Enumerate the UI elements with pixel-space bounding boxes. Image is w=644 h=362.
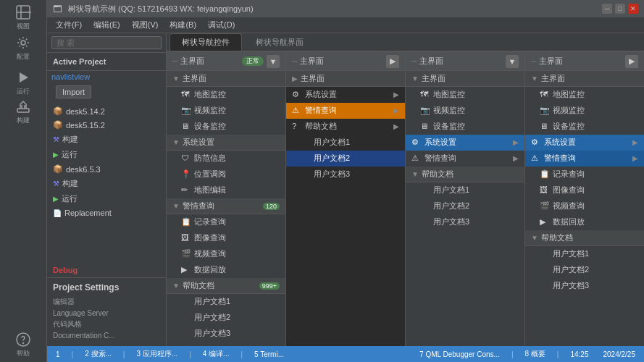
menu-file[interactable]: 文件(F)	[50, 18, 88, 32]
status-1[interactable]: 1	[53, 350, 63, 358]
sidebar-build1[interactable]: ⚒ 构建	[47, 132, 166, 147]
maximize-button[interactable]: □	[615, 4, 625, 14]
settings-codestyle[interactable]: 代码风格	[53, 319, 160, 329]
status-2[interactable]: 2 搜索...	[82, 349, 114, 359]
tree-item[interactable]: ▼主界面	[525, 71, 644, 87]
tree-item[interactable]: ⚙系统设置▶	[525, 135, 644, 151]
tab-tree-nav-widget[interactable]: 树状导航控件	[170, 33, 242, 51]
tree-item[interactable]: 用户文档1	[167, 294, 285, 310]
tab-tree-nav-ui[interactable]: 树状导航界面	[243, 33, 316, 51]
tree-item[interactable]: 用户文档3	[406, 214, 524, 230]
tree-item[interactable]: ▼警情查询120	[167, 198, 285, 214]
minimize-button[interactable]: ─	[602, 4, 612, 14]
tree-item[interactable]: 🖥设备监控	[167, 119, 285, 135]
tree-item[interactable]: ⚙系统设置▶	[286, 87, 405, 103]
tree-item[interactable]: 🖥设备监控	[406, 119, 524, 135]
tree-item[interactable]: 📋记录查询	[167, 214, 285, 230]
tree-col-header-3: ─主界面▶	[525, 52, 644, 71]
tree-item[interactable]: ▼帮助文档	[406, 167, 524, 182]
tree-item[interactable]: 用户文档2	[286, 151, 405, 167]
sidebar-build2[interactable]: ⚒ 构建	[47, 176, 166, 191]
tree-item[interactable]: ⚙系统设置▶	[406, 135, 524, 151]
tree-item-label: 警情查询	[425, 153, 510, 164]
tree-item[interactable]: ▼帮助文档	[525, 230, 644, 246]
tree-item[interactable]: ▶数据回放	[167, 262, 285, 278]
sidebar-desk5152[interactable]: 📦 desk5.15.2	[47, 118, 166, 132]
status-8[interactable]: 8 概要	[522, 349, 548, 359]
import-button[interactable]: Import	[56, 85, 91, 98]
col-header-icon: ─	[411, 57, 417, 65]
sidebar-item-build[interactable]: 构建	[6, 97, 41, 126]
tree-item[interactable]: 🗺地图监控	[525, 87, 644, 103]
menu-edit[interactable]: 编辑(E)	[88, 18, 126, 32]
tree-item[interactable]: 🖼图像查询	[525, 182, 644, 198]
col-header-toggle[interactable]: ▼	[267, 55, 280, 68]
tree-item[interactable]: ▶数据回放	[525, 214, 644, 230]
menu-view[interactable]: 视图(V)	[126, 18, 164, 32]
status-3[interactable]: 3 应用程序...	[133, 349, 180, 359]
search-input[interactable]	[51, 36, 162, 49]
tree-item[interactable]: 用户文档3	[286, 167, 405, 182]
settings-editor[interactable]: 编辑器	[53, 297, 160, 307]
tree-item[interactable]: ⚠警情查询▶	[525, 151, 644, 167]
status-7[interactable]: 7 QML Debugger Cons...	[417, 350, 503, 358]
tree-item[interactable]: ▶主界面	[286, 71, 405, 87]
sidebar-run2[interactable]: ▶ 运行	[47, 191, 166, 206]
tree-item[interactable]: 用户文档3	[167, 326, 285, 342]
settings-lsp[interactable]: Language Server	[53, 309, 160, 317]
tree-item[interactable]: ✏地图编辑	[167, 182, 285, 198]
col-header-icon: ─	[531, 57, 536, 65]
status-5[interactable]: 5 Termi...	[251, 350, 287, 358]
tree-item[interactable]: 🗺地图监控	[167, 87, 285, 103]
tree-item[interactable]: 用户文档3	[525, 278, 644, 294]
tree-col-header-2: ─主界面▼	[406, 52, 524, 71]
col-header-toggle[interactable]: ▶	[386, 55, 399, 68]
menu-build[interactable]: 构建(B)	[164, 18, 202, 32]
tree-item[interactable]: 🎬视频查询	[525, 198, 644, 214]
tree-item[interactable]: ⚠警情查询▶	[406, 151, 524, 167]
tree-item[interactable]: 用户文档1	[286, 135, 405, 151]
tree-item[interactable]: 📷视频监控	[406, 103, 524, 119]
col-header-toggle[interactable]: ▶	[625, 55, 638, 68]
tree-item-arrow-icon: ▶	[513, 138, 519, 146]
tree-item[interactable]: ?帮助文档▶	[286, 119, 405, 135]
sidebar-desk5142[interactable]: 📦 desk5.14.2	[47, 104, 166, 118]
tree-item[interactable]: 📍位置调阅	[167, 167, 285, 182]
tree-item[interactable]: 用户文档2	[525, 262, 644, 278]
col-header-toggle[interactable]: ▼	[506, 55, 519, 68]
item-label4: 运行	[62, 149, 160, 160]
tree-item[interactable]: ▼帮助文档999+	[167, 278, 285, 294]
tree-item[interactable]: ▼系统设置	[167, 135, 285, 151]
sidebar-desk653[interactable]: 📦 desk6.5.3	[47, 162, 166, 176]
tree-item[interactable]: 🗺地图监控	[406, 87, 524, 103]
sidebar-replacement[interactable]: 📄 Replacement	[47, 206, 166, 219]
tree-item-label: 帮助文档	[183, 280, 256, 291]
tree-item[interactable]: ▼主界面	[167, 71, 285, 87]
settings-doc[interactable]: Documentation C...	[53, 332, 160, 340]
sidebar-item-view[interactable]: 视图	[6, 3, 41, 32]
tree-item[interactable]: 📷视频监控	[167, 103, 285, 119]
tree-item[interactable]: ⚠警情查询▶	[286, 103, 405, 119]
sidebar-item-run[interactable]: 运行	[6, 68, 41, 97]
sidebar-run1[interactable]: ▶ 运行	[47, 147, 166, 162]
sidebar-item-config[interactable]: 配置	[6, 33, 41, 62]
tree-item[interactable]: 用户文档1	[525, 246, 644, 262]
status-4[interactable]: 4 编译...	[200, 349, 233, 359]
tree-item[interactable]: 用户文档2	[406, 198, 524, 214]
tree-item[interactable]: 🎬视频查询	[167, 246, 285, 262]
tree-item-label: 用户文档3	[314, 169, 399, 180]
tree-item[interactable]: 用户文档1	[406, 182, 524, 198]
project-name[interactable]: navlistview	[51, 71, 162, 83]
tree-item[interactable]: 🛡防范信息	[167, 151, 285, 167]
demo-tabbar: 树状导航控件 树状导航界面	[167, 33, 644, 52]
menu-debug[interactable]: 调试(D)	[202, 18, 241, 32]
tree-item[interactable]: 📷视频监控	[525, 103, 644, 119]
tree-item-icon: ▶	[540, 217, 550, 227]
tree-item[interactable]: 🖥设备监控	[525, 119, 644, 135]
sidebar-item-help[interactable]: 帮助	[6, 330, 41, 359]
tree-item[interactable]: 🖼图像查询	[167, 230, 285, 246]
tree-item[interactable]: ▼主界面	[406, 71, 524, 87]
close-button[interactable]: ✕	[628, 4, 638, 14]
tree-item[interactable]: 用户文档2	[167, 310, 285, 326]
tree-item[interactable]: 📋记录查询	[525, 167, 644, 182]
